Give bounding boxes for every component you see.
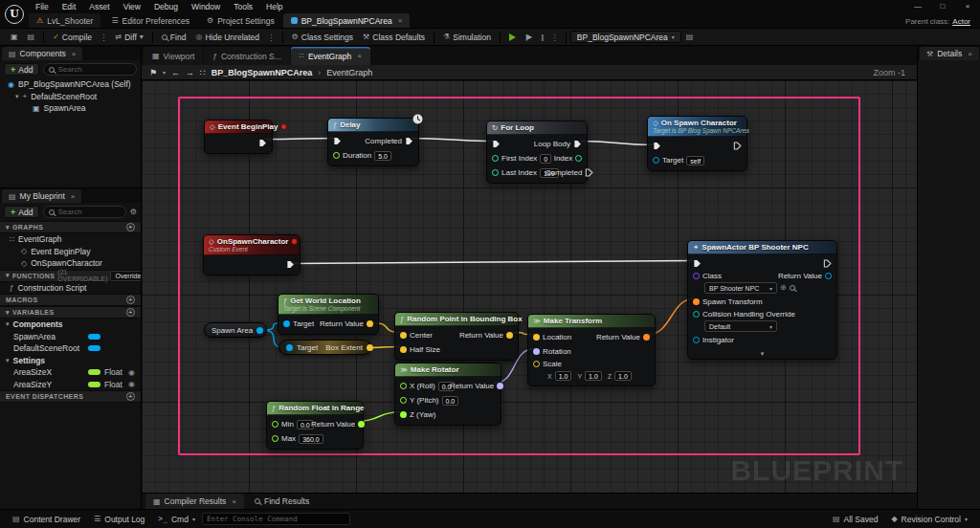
browse-debug-asset-button[interactable]: ▤ <box>681 29 699 45</box>
variable-spawnarea[interactable]: SpawnArea <box>0 331 141 343</box>
int-pin[interactable] <box>575 155 582 162</box>
node-header[interactable]: ƒGet World LocationTarget is Scene Compo… <box>278 295 378 315</box>
caret-icon[interactable]: ▾ <box>15 93 19 100</box>
compile-options-kebab[interactable]: ⋮ <box>97 33 111 42</box>
add-variable-button[interactable]: + <box>126 308 135 317</box>
tab-level[interactable]: ⚠ LvL_Shooter <box>29 13 100 28</box>
section-graphs[interactable]: ▾ GRAPHS + <box>0 221 141 233</box>
node-header[interactable]: ≫Make Rotator <box>395 363 501 377</box>
close-tab-icon[interactable]: × <box>72 50 77 58</box>
rotator-pin[interactable] <box>533 348 540 355</box>
variable-group-components[interactable]: ▾ Components <box>0 319 141 331</box>
float-pin[interactable] <box>272 421 278 428</box>
node-header[interactable]: ◇OnSpawnCharactorCustom Event <box>204 235 300 255</box>
vector-pin[interactable] <box>506 332 513 339</box>
spawn-area-getter-node[interactable]: Spawn Area <box>204 322 267 338</box>
add-component-button[interactable]: + Add <box>4 63 39 76</box>
float-pin[interactable] <box>400 397 407 404</box>
close-tab-icon[interactable]: × <box>71 192 76 201</box>
tab-viewport[interactable]: ▦ Viewport <box>144 47 203 65</box>
diff-button[interactable]: ⇄ Diff ▾ <box>111 29 148 45</box>
exec-pin[interactable] <box>258 139 267 147</box>
tab-eventgraph[interactable]: ∷ EventGraph × <box>291 47 370 65</box>
section-event-dispatchers[interactable]: EVENT DISPATCHERS + <box>0 390 141 403</box>
object-pin[interactable] <box>256 327 263 334</box>
pause-button[interactable]: || <box>536 29 547 45</box>
menu-file[interactable]: File <box>29 2 56 11</box>
spawn-actor-node[interactable]: ✦SpawnActor BP Shooter NPCClassReturn Va… <box>687 240 837 360</box>
exec-pin[interactable] <box>573 140 582 148</box>
node-header[interactable]: ◇Event BeginPlay <box>205 121 272 134</box>
menu-window[interactable]: Window <box>185 2 227 11</box>
menu-view[interactable]: View <box>117 2 147 11</box>
close-button[interactable]: × <box>955 2 980 11</box>
tab-blueprint-asset[interactable]: BP_BlogSpawnNPCArea × <box>283 13 411 28</box>
add-blueprint-item-button[interactable]: + Add <box>4 206 39 218</box>
tab-compiler-results[interactable]: ▦ Compiler Results × <box>145 494 244 509</box>
add-event-dispatcher-button[interactable]: + <box>126 392 135 401</box>
settings-gear-icon[interactable]: ⚙ <box>130 208 137 216</box>
menu-tools[interactable]: Tools <box>227 2 259 11</box>
save-button[interactable]: ▣ <box>6 29 23 45</box>
maximize-button[interactable]: □ <box>930 2 955 11</box>
override-dropdown[interactable]: Override ▾ <box>110 271 141 281</box>
for-loop-node[interactable]: ↻For LoopLoop BodyFirst Index0IndexLast … <box>486 121 588 184</box>
breadcrumb-current[interactable]: EventGraph <box>326 68 372 77</box>
event-graph-canvas[interactable]: BLUEPRINT ◇Event BeginPlayƒDelayComplete… <box>142 80 917 493</box>
frame-skip-button[interactable]: |▶ <box>521 29 536 45</box>
editor-preferences-button[interactable]: ☰ Editor Preferences <box>102 13 198 28</box>
visibility-eye-icon[interactable]: ◉ <box>128 380 135 388</box>
node-header[interactable]: ↻For Loop <box>487 121 587 135</box>
graph-item-event-beginplay[interactable]: ◇ Event BeginPlay <box>0 246 141 258</box>
hide-unrelated-kebab[interactable]: ⋮ <box>264 33 278 42</box>
pin-value-box[interactable]: 1.0 <box>555 371 572 381</box>
output-log-button[interactable]: ☰ Output Log <box>87 510 151 528</box>
minimize-button[interactable]: — <box>905 2 930 11</box>
tab-my-blueprint[interactable]: ▤ My Blueprint × <box>2 189 81 203</box>
pin-select-dropdown[interactable]: BP Shooter NPC▾ <box>704 282 777 294</box>
menu-edit[interactable]: Edit <box>56 2 83 11</box>
project-settings-button[interactable]: ⚙ Project Settings <box>198 13 283 28</box>
object-pin[interactable] <box>825 273 832 279</box>
my-blueprint-search-input[interactable] <box>57 208 120 216</box>
tab-components[interactable]: ▤ Components × <box>2 47 82 60</box>
on-spawn-charactor-call-node[interactable]: ◇On Spawn CharactorTarget is BP Blog Spa… <box>647 116 747 171</box>
float-pin[interactable] <box>333 152 340 159</box>
make-rotator-node[interactable]: ≫Make RotatorX (Roll)0.0Return ValueY (P… <box>394 363 501 426</box>
revision-control-button[interactable]: ◆ Revision Control ▾ <box>884 515 974 524</box>
pin-value-box[interactable]: 0.0 <box>442 396 459 406</box>
my-blueprint-search[interactable] <box>43 206 125 218</box>
hide-unrelated-button[interactable]: ◎ Hide Unrelated <box>190 29 264 45</box>
node-header[interactable]: ƒDelay <box>328 119 418 132</box>
get-box-extent-node[interactable]: TargetBox Extent <box>278 340 371 355</box>
exec-pin[interactable] <box>333 137 342 145</box>
get-world-location-node[interactable]: ƒGet World LocationTarget is Scene Compo… <box>278 294 379 335</box>
variable-areasizey[interactable]: AreaSizeY Float ◉ <box>0 379 141 391</box>
int-pin[interactable] <box>492 155 499 162</box>
menu-asset[interactable]: Asset <box>82 2 116 11</box>
on-spawn-charactor-event-node[interactable]: ◇OnSpawnCharactorCustom Event <box>203 234 301 275</box>
visibility-eye-icon[interactable]: ◉ <box>128 368 135 377</box>
wire-exec[interactable] <box>293 261 695 264</box>
pin-value-box[interactable]: 1.0 <box>585 371 602 381</box>
enum-pin[interactable] <box>693 311 700 318</box>
vector-pin[interactable] <box>400 346 407 353</box>
int-pin[interactable] <box>492 169 499 176</box>
bookmark-icon[interactable]: ⚑ <box>149 68 157 77</box>
variable-group-settings[interactable]: ▾ Settings <box>0 355 141 367</box>
parent-class-link[interactable]: Actor <box>952 17 970 26</box>
tab-details[interactable]: ⚒ Details × <box>920 47 979 60</box>
vector-pin[interactable] <box>400 332 407 339</box>
exec-pin[interactable] <box>405 137 413 145</box>
close-tab-icon[interactable]: × <box>232 497 236 506</box>
exec-pin[interactable] <box>823 259 832 268</box>
section-functions[interactable]: ▾ FUNCTIONS (21 OVERRIDABLE) Override ▾ … <box>0 270 141 282</box>
menu-help[interactable]: Help <box>259 2 289 11</box>
tab-find-results[interactable]: Find Results <box>247 494 317 509</box>
section-macros[interactable]: MACROS + <box>0 294 141 306</box>
back-button[interactable]: ← <box>171 68 180 77</box>
class-pin[interactable] <box>693 273 700 279</box>
delay-node[interactable]: ƒDelayCompletedDuration5.0 <box>327 118 419 166</box>
add-macro-button[interactable]: + <box>126 296 135 304</box>
expand-chevron-icon[interactable]: ▾ <box>688 350 836 359</box>
